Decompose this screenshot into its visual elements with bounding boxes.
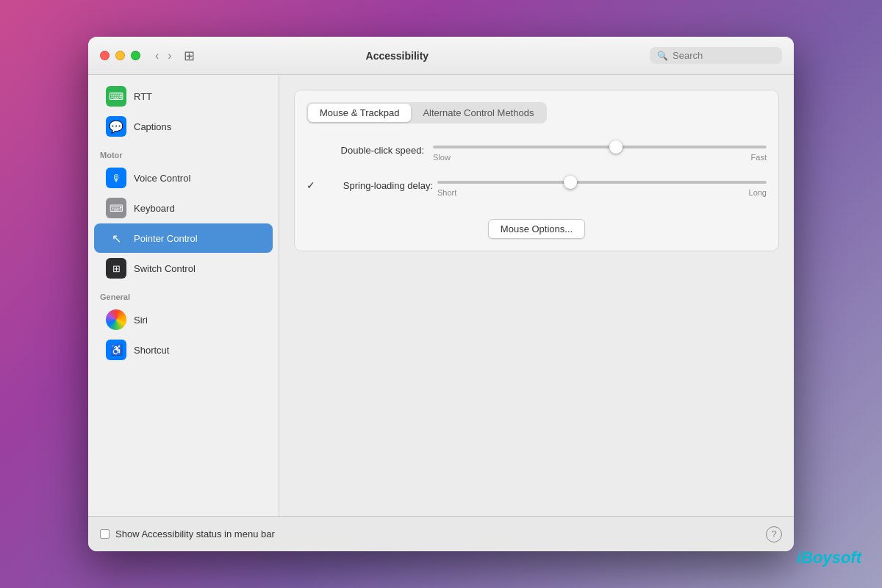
sidebar-item-shortcut[interactable]: ♿ Shortcut [94,335,273,365]
double-click-label: Double-click speed: [306,145,424,156]
minimize-button[interactable] [115,51,125,60]
sidebar-item-keyboard[interactable]: ⌨ Keyboard [94,193,273,223]
rtt-icon: ⌨ [106,86,126,107]
window-controls [100,51,140,60]
spring-loading-slider[interactable] [437,181,767,184]
watermark: iBoysoft [797,548,861,567]
sidebar-item-voice-control[interactable]: 🎙 Voice Control [94,163,273,193]
main-content: ⌨ RTT 💬 Captions Motor 🎙 Voice Control ⌨… [88,75,794,516]
sidebar-item-siri[interactable]: Siri [94,305,273,334]
sidebar-item-captions[interactable]: 💬 Captions [94,112,273,141]
search-icon: 🔍 [657,51,668,61]
section-label-general: General [88,284,279,304]
sidebar-item-label: Switch Control [134,263,196,274]
close-button[interactable] [100,51,110,60]
section-label-motor: Motor [88,142,279,162]
spring-loading-slider-wrapper: Short Long [437,173,767,197]
sidebar-item-label: Shortcut [134,345,169,356]
sidebar-item-label: Keyboard [134,203,175,214]
show-accessibility-checkbox[interactable] [100,529,110,539]
spring-loading-labels: Short Long [437,188,767,197]
siri-icon [106,309,126,330]
search-input[interactable] [673,50,775,61]
spring-loading-label: Spring-loading delay: [320,180,433,191]
options-btn-row: Mouse Options... [306,219,767,239]
spring-loading-row-inner: ✓ Spring-loading delay: Short Long [306,173,767,197]
sidebar-item-label: Voice Control [134,173,190,184]
spring-loading-long-label: Long [749,188,767,197]
right-panel: Mouse & Trackpad Alternate Control Metho… [279,75,794,516]
tab-mouse-trackpad[interactable]: Mouse & Trackpad [308,104,411,122]
double-click-slider-wrapper: Slow Fast [433,138,767,162]
spring-loading-setting: ✓ Spring-loading delay: Short Long [306,173,767,197]
mouse-options-button[interactable]: Mouse Options... [488,219,585,239]
tabs-row: Mouse & Trackpad Alternate Control Metho… [306,102,547,123]
sidebar-item-pointer-control[interactable]: ↖ Pointer Control [94,223,273,253]
bottom-bar: Show Accessibility status in menu bar ? [88,516,794,551]
shortcut-icon: ♿ [106,340,126,360]
titlebar: ‹ › ⊞ Accessibility 🔍 [88,37,794,75]
tabs-container: Mouse & Trackpad Alternate Control Metho… [294,90,779,251]
spring-loading-check-icon: ✓ [306,179,315,191]
show-accessibility-label: Show Accessibility status in menu bar [115,528,275,539]
sidebar: ⌨ RTT 💬 Captions Motor 🎙 Voice Control ⌨… [88,75,279,516]
search-bar: 🔍 [650,47,782,64]
sidebar-item-label: Siri [134,315,148,326]
double-click-slider[interactable] [433,146,767,148]
double-click-labels: Slow Fast [433,153,767,162]
captions-icon: 💬 [106,116,126,137]
double-click-setting: Double-click speed: Slow Fast [306,138,767,162]
double-click-row-inner: Double-click speed: Slow Fast [306,138,767,162]
sidebar-item-label: Pointer Control [134,233,198,244]
sidebar-item-rtt[interactable]: ⌨ RTT [94,82,273,111]
sidebar-item-label: Captions [134,121,171,132]
double-click-fast-label: Fast [751,153,767,162]
double-click-slow-label: Slow [433,153,451,162]
pointer-control-icon: ↖ [106,228,126,248]
main-window: ‹ › ⊞ Accessibility 🔍 ⌨ RTT 💬 Captions M… [88,37,794,551]
window-title: Accessibility [145,50,650,62]
voice-control-icon: 🎙 [106,168,126,188]
sidebar-item-label: RTT [134,91,152,102]
maximize-button[interactable] [131,51,140,60]
keyboard-icon: ⌨ [106,198,126,218]
spring-loading-short-label: Short [437,188,456,197]
help-button[interactable]: ? [766,526,782,542]
switch-control-icon: ⊞ [106,258,126,279]
sidebar-item-switch-control[interactable]: ⊞ Switch Control [94,254,273,283]
tab-alternate-control[interactable]: Alternate Control Methods [411,104,545,122]
